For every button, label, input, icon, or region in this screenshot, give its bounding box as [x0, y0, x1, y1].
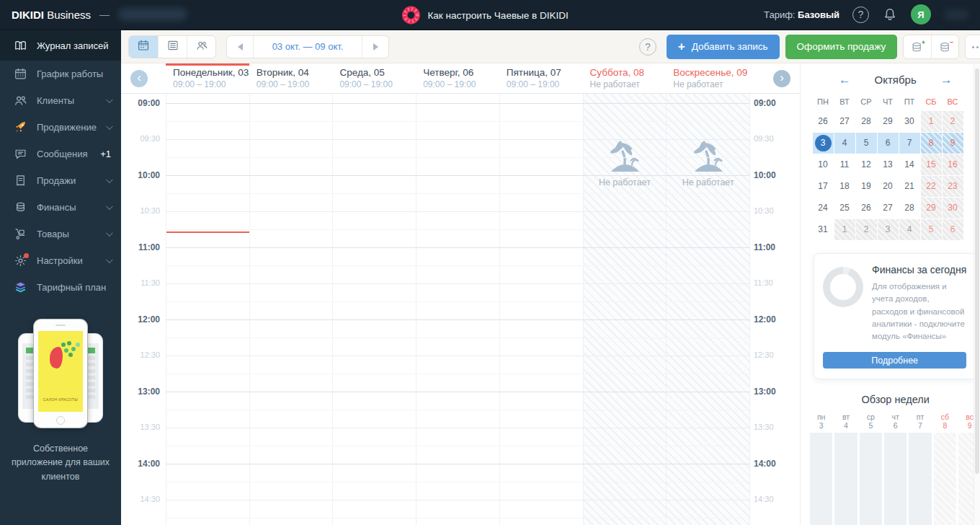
date-range-label[interactable]: 03 окт. — 09 окт.: [253, 36, 362, 58]
mini-calendar-day[interactable]: 7: [899, 133, 920, 154]
time-gridline: [166, 428, 749, 428]
tariff-label[interactable]: Тариф: Базовый: [764, 9, 839, 20]
mini-calendar-day[interactable]: 20: [878, 176, 899, 197]
mini-calendar-day[interactable]: 21: [899, 176, 920, 197]
mini-calendar-day[interactable]: 15: [921, 154, 942, 175]
mini-calendar-day[interactable]: 19: [856, 176, 877, 197]
checkout-sale-button[interactable]: Оформить продажу: [785, 35, 898, 59]
mini-calendar-day[interactable]: 1: [921, 111, 942, 132]
mini-calendar-day[interactable]: 17: [813, 176, 834, 197]
mini-calendar-header: ← Октябрь →: [801, 74, 980, 86]
sidebar-item-journal[interactable]: Журнал записей: [0, 30, 121, 61]
mini-calendar-day[interactable]: 9: [943, 133, 963, 154]
mini-calendar-day[interactable]: 13: [878, 154, 899, 175]
mini-calendar-day[interactable]: 16: [943, 154, 963, 175]
sidebar-item-promotion[interactable]: Продвижение: [0, 114, 121, 141]
scrollbar-thumb[interactable]: [975, 69, 979, 474]
non-working-day-column[interactable]: Не работает: [584, 94, 667, 525]
toolbar-help-icon[interactable]: ?: [639, 38, 656, 56]
avatar[interactable]: Я: [911, 4, 931, 25]
mini-calendar-day[interactable]: 23: [943, 176, 963, 197]
next-week-button[interactable]: [362, 36, 388, 58]
finance-details-button[interactable]: Подробнее: [823, 352, 966, 369]
view-list-button[interactable]: [158, 36, 187, 58]
cash-expense-button[interactable]: [931, 35, 958, 58]
sidebar-item-clients[interactable]: Клиенты: [0, 87, 121, 114]
day-header-3[interactable]: Среда, 0509:00 – 19:00: [332, 63, 416, 94]
sidebar-item-finance[interactable]: Финансы: [0, 194, 121, 221]
sidebar: Журнал записейГрафик работыКлиентыПродви…: [0, 30, 121, 525]
scroll-days-right-button[interactable]: ›: [773, 70, 790, 87]
sidebar-item-messages[interactable]: Сообщения+1: [0, 141, 121, 167]
mini-calendar-day[interactable]: 2: [856, 219, 877, 240]
week-overview-day-column[interactable]: [834, 433, 857, 525]
sidebar-item-schedule[interactable]: График работы: [0, 61, 121, 87]
day-header-5[interactable]: Пятница, 0709:00 – 19:00: [499, 63, 583, 94]
week-overview-day-column[interactable]: [810, 433, 832, 525]
mini-calendar-day[interactable]: 5: [921, 219, 942, 240]
prev-week-button[interactable]: [227, 36, 253, 58]
schedule-grid[interactable]: Не работает Не работает09:0009:0009:3009…: [121, 94, 800, 525]
day-header-4[interactable]: Четверг, 0609:00 – 19:00: [416, 63, 499, 94]
next-month-icon[interactable]: →: [940, 74, 953, 86]
mini-calendar-day[interactable]: 25: [834, 198, 855, 219]
day-header-1[interactable]: Понедельник, 0309:00 – 19:00: [166, 63, 249, 94]
week-overview-day-column[interactable]: [884, 433, 906, 525]
mini-calendar-selected-day[interactable]: 3: [813, 133, 834, 154]
cash-income-button[interactable]: [904, 35, 931, 58]
mini-calendar-day[interactable]: 4: [899, 219, 920, 240]
day-header-2[interactable]: Вторник, 0409:00 – 19:00: [249, 63, 333, 94]
app-logo[interactable]: DIKIDI Business: [12, 9, 91, 21]
clients-icon: [13, 94, 27, 108]
app-promo[interactable]: САЛОН КРАСОТЫ Собственное приложение для…: [0, 311, 121, 484]
sidebar-item-tariff[interactable]: Тарифный план: [0, 274, 121, 301]
week-overview-day-column[interactable]: [860, 433, 882, 525]
mini-calendar-day[interactable]: 6: [943, 219, 963, 240]
promo-banner[interactable]: Как настроить Чаевые в DIKIDI: [401, 0, 568, 30]
scroll-days-left-button[interactable]: ‹: [130, 70, 148, 87]
view-calendar-button[interactable]: [129, 36, 158, 58]
mini-calendar-day[interactable]: 14: [899, 154, 920, 175]
mini-calendar-day[interactable]: 30: [899, 111, 920, 132]
mini-calendar-day[interactable]: 31: [813, 219, 834, 240]
mini-calendar-day[interactable]: 1: [834, 219, 855, 240]
mini-calendar-day[interactable]: 30: [943, 198, 963, 219]
not-working-label: Не работает: [667, 177, 749, 188]
business-name-blurred[interactable]: [118, 8, 187, 21]
mini-calendar-day[interactable]: 26: [813, 111, 834, 132]
mini-calendar-day[interactable]: 8: [921, 133, 942, 154]
mini-calendar-day[interactable]: 6: [878, 133, 899, 154]
mini-calendar-day[interactable]: 2: [943, 111, 963, 132]
mini-calendar-day[interactable]: 3: [878, 219, 899, 240]
mini-calendar-day[interactable]: 28: [856, 111, 877, 132]
day-header-6[interactable]: Суббота, 08Не работает: [583, 63, 667, 94]
mini-calendar-day[interactable]: 24: [813, 198, 834, 219]
prev-month-icon[interactable]: ←: [839, 74, 851, 86]
mini-calendar-day[interactable]: 4: [834, 133, 855, 154]
mini-calendar-day[interactable]: 29: [878, 111, 899, 132]
mini-calendar-day[interactable]: 27: [834, 111, 855, 132]
mini-calendar-day[interactable]: 22: [921, 176, 942, 197]
mini-calendar-day[interactable]: 12: [856, 154, 877, 175]
help-icon[interactable]: ?: [852, 6, 869, 23]
more-actions-button[interactable]: •••: [965, 35, 980, 59]
sidebar-item-sales[interactable]: Продажи: [0, 167, 121, 194]
bell-icon[interactable]: [882, 6, 898, 22]
mini-calendar-day[interactable]: 10: [813, 154, 834, 175]
mini-calendar-day[interactable]: 29: [921, 198, 942, 219]
view-staff-button[interactable]: [187, 36, 215, 58]
mini-calendar-day[interactable]: 28: [899, 198, 920, 219]
day-header-7[interactable]: Воскресенье, 09Не работает: [666, 63, 749, 94]
mini-calendar-day[interactable]: 11: [834, 154, 855, 175]
mini-calendar-day[interactable]: 5: [856, 133, 877, 154]
time-label: 14:00: [754, 459, 797, 469]
week-overview-day-column[interactable]: [909, 433, 931, 525]
sidebar-item-settings[interactable]: Настройки: [0, 247, 121, 274]
sidebar-item-goods[interactable]: Товары: [0, 221, 121, 247]
mini-calendar-day[interactable]: 26: [856, 198, 877, 219]
non-working-day-column[interactable]: Не работает: [667, 94, 749, 525]
add-record-button[interactable]: + Добавить запись: [667, 35, 780, 59]
mini-calendar-day[interactable]: 18: [834, 176, 855, 197]
week-overview-day-column[interactable]: [934, 433, 956, 525]
mini-calendar-day[interactable]: 27: [878, 198, 899, 219]
